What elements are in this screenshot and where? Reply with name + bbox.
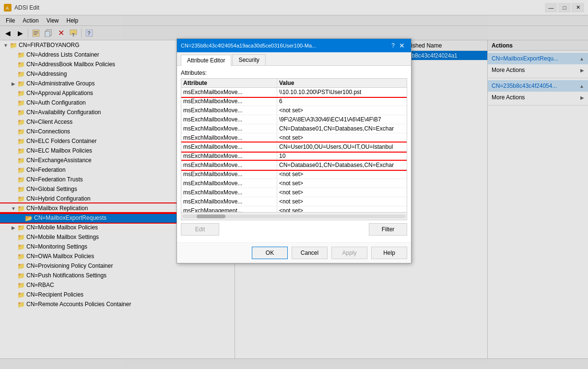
dialog-edit-filter-row: Edit Filter	[181, 220, 407, 238]
attr-name-1: msExchMailboxMove...	[181, 97, 277, 106]
attr-scroll-container[interactable]: Attribute Value msExchMailboxMove... \\1…	[181, 78, 407, 213]
attr-row-2[interactable]: msExchMailboxMove... <not set>	[181, 106, 407, 115]
attr-row-11[interactable]: msExchMailboxMove... <not set>	[181, 188, 407, 197]
edit-button[interactable]: Edit	[181, 223, 219, 236]
attr-name-6: msExchMailboxMove...	[181, 143, 277, 151]
dialog: CN=235b8c43c4f24054a19aca30d5ce0316User1…	[176, 38, 412, 263]
filter-button[interactable]: Filter	[369, 223, 407, 236]
cancel-button[interactable]: Cancel	[292, 247, 328, 259]
attr-row-10[interactable]: msExchMailboxMove... <not set>	[181, 179, 407, 188]
attr-val-0: \\10.10.10.200\PST\User100.pst	[277, 88, 407, 96]
attr-val-1: 6	[277, 97, 407, 106]
attr-val-3: \9F\2A\8E\A3\30\46\EC\41\A6\4E\4F\B7	[277, 115, 407, 124]
apply-button[interactable]: Apply	[331, 247, 367, 259]
attr-row-8[interactable]: msExchMailboxMove... CN=Database01,CN=Da…	[181, 161, 407, 170]
dialog-titlebar: CN=235b8c43c4f24054a19aca30d5ce0316User1…	[177, 39, 411, 52]
attr-name-0: msExchMailboxMove...	[181, 88, 277, 96]
attr-row-3[interactable]: msExchMailboxMove... \9F\2A\8E\A3\30\46\…	[181, 115, 407, 124]
attr-name-13: msExchManagement...	[181, 206, 277, 213]
attr-row-13[interactable]: msExchManagement... <not set>	[181, 206, 407, 213]
attr-row-4[interactable]: msExchMailboxMove... CN=Database01,CN=Da…	[181, 124, 407, 133]
attr-val-12: <not set>	[277, 197, 407, 206]
attr-val-6: CN=User100,OU=Users,OU=IT,OU=Istanbul	[277, 143, 407, 151]
attr-row-6[interactable]: msExchMailboxMove... CN=User100,OU=Users…	[181, 143, 407, 152]
dialog-overlay: CN=235b8c43c4f24054a19aca30d5ce0316User1…	[0, 0, 588, 369]
scroll-thumb	[197, 214, 225, 218]
attr-val-10: <not set>	[277, 179, 407, 188]
attr-val-2: <not set>	[277, 106, 407, 115]
help-dialog-button[interactable]: Help	[371, 247, 407, 259]
attr-name-2: msExchMailboxMove...	[181, 106, 277, 115]
col-header-value: Value	[277, 79, 407, 87]
attr-name-11: msExchMailboxMove...	[181, 188, 277, 197]
attr-name-5: msExchMailboxMove...	[181, 133, 277, 142]
attr-val-13: <not set>	[277, 206, 407, 213]
attributes-label: Attributes:	[181, 70, 407, 76]
attr-val-11: <not set>	[277, 188, 407, 197]
attr-row-9[interactable]: msExchMailboxMove... <not set>	[181, 170, 407, 179]
tab-security[interactable]: Security	[232, 54, 265, 65]
attr-row-1[interactable]: msExchMailboxMove... 6	[181, 97, 407, 106]
ok-button[interactable]: OK	[252, 247, 288, 259]
dialog-close-button[interactable]: ✕	[397, 40, 407, 51]
attr-row-7[interactable]: msExchMailboxMove... 10	[181, 152, 407, 161]
dialog-question: ?	[391, 42, 395, 49]
col-header-attribute: Attribute	[181, 79, 277, 87]
attr-name-7: msExchMailboxMove...	[181, 152, 277, 160]
dialog-title: CN=235b8c43c4f24054a19aca30d5ce0316User1…	[181, 43, 316, 48]
attr-name-12: msExchMailboxMove...	[181, 197, 277, 206]
attr-name-10: msExchMailboxMove...	[181, 179, 277, 188]
attr-val-5: <not set>	[277, 133, 407, 142]
attr-row-0[interactable]: msExchMailboxMove... \\10.10.10.200\PST\…	[181, 88, 407, 97]
dialog-tabs: Attribute Editor Security	[177, 52, 411, 66]
scroll-track	[182, 214, 406, 218]
attr-row-5[interactable]: msExchMailboxMove... <not set>	[181, 133, 407, 143]
attr-name-8: msExchMailboxMove...	[181, 161, 277, 169]
dialog-content: Attributes: Attribute Value msExchMailbo…	[177, 66, 411, 242]
dialog-buttons: OK Cancel Apply Help	[177, 242, 411, 263]
attr-val-7: 10	[277, 152, 407, 160]
attr-val-4: CN=Database01,CN=Databases,CN=Exchar	[277, 124, 407, 133]
horizontal-scrollbar[interactable]	[181, 213, 407, 220]
attr-name-4: msExchMailboxMove...	[181, 124, 277, 133]
attr-name-3: msExchMailboxMove...	[181, 115, 277, 124]
tab-attribute-editor[interactable]: Attribute Editor	[181, 55, 231, 66]
attr-row-12[interactable]: msExchMailboxMove... <not set>	[181, 197, 407, 206]
attr-name-9: msExchMailboxMove...	[181, 170, 277, 179]
attr-val-8: CN=Database01,CN=Databases,CN=Exchar	[277, 161, 407, 169]
attr-val-9: <not set>	[277, 170, 407, 179]
